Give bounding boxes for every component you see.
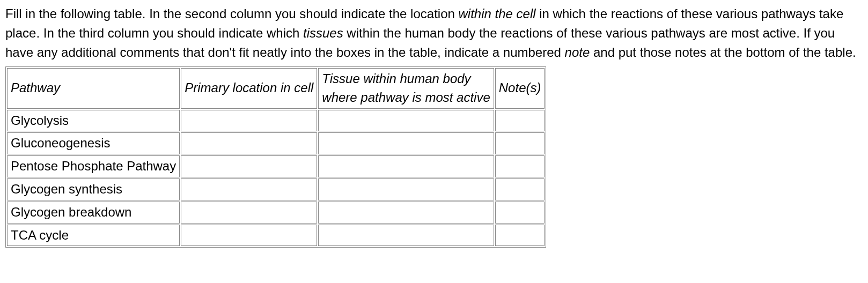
cell-pathway: Gluconeogenesis (7, 132, 180, 154)
header-notes: Note(s) (495, 68, 545, 109)
cell-note (495, 132, 545, 154)
header-tissue-line2: where pathway is most active (322, 90, 490, 105)
instructions-em-3: note (565, 45, 590, 59)
cell-tissue (318, 132, 494, 154)
cell-location (181, 202, 317, 224)
instructions-text-1: Fill in the following table. In the seco… (5, 6, 459, 21)
cell-location (181, 132, 317, 154)
table-row: Pentose Phosphate Pathway (7, 155, 545, 177)
cell-location (181, 225, 317, 247)
cell-note (495, 202, 545, 224)
cell-tissue (318, 155, 494, 177)
table-row: Glycolysis (7, 110, 545, 132)
cell-tissue (318, 225, 494, 247)
table-row: Glycogen synthesis (7, 178, 545, 200)
instructions-em-1: within the cell (459, 6, 536, 21)
table-row: TCA cycle (7, 225, 545, 247)
cell-tissue (318, 178, 494, 200)
cell-pathway: Glycogen synthesis (7, 178, 180, 200)
instructions-em-2: tissues (303, 26, 343, 40)
cell-location (181, 155, 317, 177)
cell-location (181, 110, 317, 132)
header-location: Primary location in cell (181, 68, 317, 109)
cell-pathway: Glycolysis (7, 110, 180, 132)
cell-pathway: TCA cycle (7, 225, 180, 247)
header-tissue: Tissue within human body where pathway i… (318, 68, 494, 109)
cell-tissue (318, 202, 494, 224)
cell-note (495, 178, 545, 200)
table-header-row: Pathway Primary location in cell Tissue … (7, 68, 545, 109)
pathway-table: Pathway Primary location in cell Tissue … (5, 66, 546, 248)
table-row: Gluconeogenesis (7, 132, 545, 154)
cell-pathway: Pentose Phosphate Pathway (7, 155, 180, 177)
cell-note (495, 110, 545, 132)
instructions-text-4: and put those notes at the bottom of the… (590, 45, 856, 59)
cell-location (181, 178, 317, 200)
cell-pathway: Glycogen breakdown (7, 202, 180, 224)
header-tissue-line1: Tissue within human body (322, 71, 470, 86)
header-pathway: Pathway (7, 68, 180, 109)
cell-tissue (318, 110, 494, 132)
instructions-paragraph: Fill in the following table. In the seco… (5, 4, 863, 62)
table-row: Glycogen breakdown (7, 202, 545, 224)
cell-note (495, 225, 545, 247)
cell-note (495, 155, 545, 177)
